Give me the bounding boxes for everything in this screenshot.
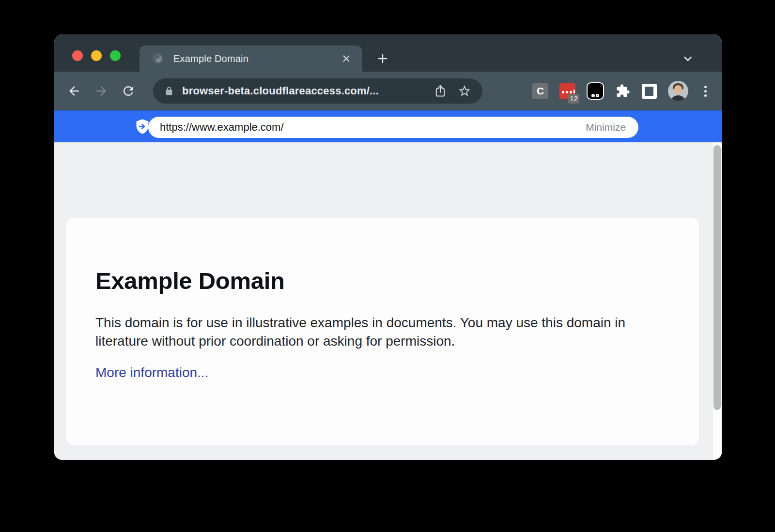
traffic-lights	[72, 50, 121, 61]
back-icon[interactable]	[66, 83, 82, 99]
tab-title: Example Domain	[173, 53, 340, 64]
chrome-menu-icon[interactable]	[699, 82, 711, 100]
extension-red-dots-icon[interactable]: 12	[559, 83, 575, 99]
red-dots-glyph	[562, 90, 575, 93]
profile-avatar[interactable]	[668, 81, 688, 101]
more-information-link[interactable]: More information...	[95, 365, 208, 380]
extensions-puzzle-icon[interactable]	[615, 83, 631, 99]
bookmark-star-icon[interactable]	[457, 84, 472, 98]
example-domain-card: Example Domain This domain is for use in…	[66, 218, 699, 445]
scrollbar-track[interactable]	[713, 142, 722, 459]
avatar-shoulders	[670, 95, 686, 101]
isolation-bar: Minimize	[54, 110, 722, 142]
tab-search-chevron-icon[interactable]	[681, 52, 695, 65]
extension-goggles-icon[interactable]	[587, 82, 604, 100]
zoom-window-button[interactable]	[110, 50, 121, 61]
share-icon[interactable]	[433, 84, 448, 98]
minimize-window-button[interactable]	[91, 50, 102, 61]
minimize-bar-button[interactable]: Minimize	[586, 122, 626, 133]
omnibox[interactable]: browser-beta.cloudflareaccess.com/...	[153, 78, 482, 104]
screenshot-stage: Example Domain	[0, 0, 775, 532]
extension-badge: 12	[568, 94, 579, 104]
tab-favicon-icon	[152, 53, 164, 64]
tab-strip: Example Domain	[54, 34, 722, 72]
extensions-area: C 12	[532, 81, 711, 101]
side-panel-icon[interactable]	[642, 84, 657, 99]
browser-toolbar: browser-beta.cloudflareaccess.com/... C …	[54, 72, 722, 110]
tab-close-icon[interactable]	[340, 52, 353, 65]
active-tab[interactable]: Example Domain	[140, 46, 362, 72]
reload-icon[interactable]	[120, 83, 137, 99]
forward-icon[interactable]	[93, 83, 109, 99]
isolation-url-input[interactable]	[160, 121, 586, 134]
page-title: Example Domain	[95, 267, 670, 294]
lock-icon[interactable]	[164, 86, 174, 96]
page-description: This domain is for use in illustrative e…	[95, 314, 655, 350]
isolation-url-pill: Minimize	[148, 117, 638, 138]
extension-c-icon[interactable]: C	[532, 83, 548, 99]
browser-window: Example Domain	[54, 34, 722, 460]
avatar-face	[674, 85, 682, 94]
page-viewport: Example Domain This domain is for use in…	[54, 142, 722, 459]
omnibox-url-text[interactable]: browser-beta.cloudflareaccess.com/...	[182, 85, 423, 97]
scrollbar-thumb[interactable]	[713, 145, 721, 410]
close-window-button[interactable]	[72, 50, 83, 61]
new-tab-button[interactable]	[375, 51, 390, 66]
